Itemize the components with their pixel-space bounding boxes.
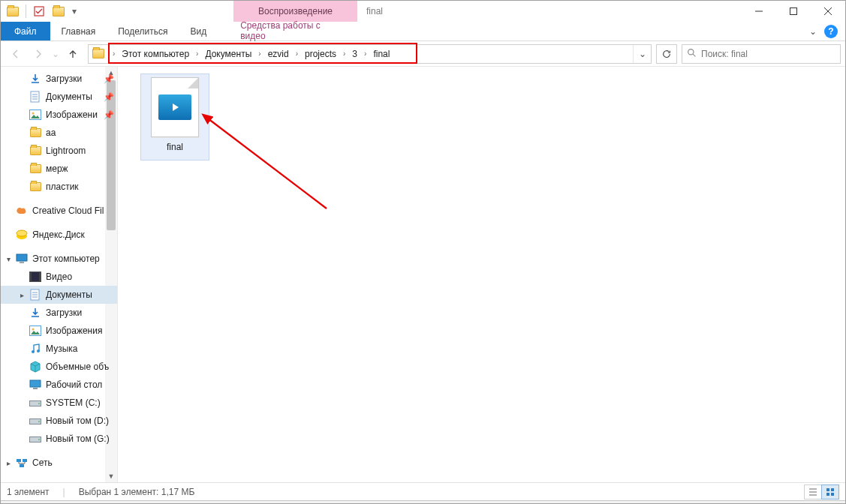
file-name-label: final [167,142,183,152]
breadcrumb-segment[interactable]: projects [302,45,339,63]
qat-customize-icon[interactable]: ▾ [69,2,80,20]
tree-item[interactable]: Creative Cloud Fil [1,202,117,220]
qat-folder-icon[interactable] [4,2,22,20]
tree-item[interactable]: aa [1,124,117,142]
content-area[interactable]: final [118,67,845,482]
tab-view[interactable]: Вид [179,22,218,40]
svg-rect-28 [30,380,41,387]
annotation-arrow [199,111,334,216]
cube-icon [29,361,41,373]
svg-line-6 [693,54,695,56]
svg-rect-15 [17,254,27,261]
tree-item-label: Документы [46,92,92,102]
tree-item[interactable]: SYSTEM (C:) [1,394,117,412]
svg-rect-2 [790,8,797,15]
cc-icon [16,205,28,217]
help-button[interactable]: ? [824,25,838,38]
breadcrumb-segment[interactable]: final [370,45,393,63]
quick-access-toolbar: ▾ [1,1,83,22]
tree-item[interactable]: Яндекс.Диск [1,226,117,244]
svg-rect-36 [17,459,21,462]
maximize-button[interactable] [776,1,811,22]
title-bar: ▾ Воспроизведение final [1,1,845,22]
up-button[interactable] [62,44,83,64]
document-icon [29,91,41,103]
ribbon-expand-icon[interactable]: ⌄ [809,26,817,37]
chevron-right-icon[interactable]: › [109,50,119,58]
pin-icon[interactable]: 📌 [104,74,114,84]
contextual-tab-header: Воспроизведение [233,1,357,22]
breadcrumb-segment[interactable]: ezvid [265,45,292,63]
tree-item[interactable]: Изображения [1,322,117,340]
search-box[interactable] [682,44,841,64]
forward-button[interactable] [28,44,49,64]
expand-caret-icon[interactable]: ▾ [4,255,13,263]
tree-item-label: Изображения [46,326,102,336]
details-view-button[interactable] [804,484,822,500]
tab-file[interactable]: Файл [1,22,50,40]
chevron-right-icon[interactable]: › [254,50,264,58]
tree-item[interactable]: Видео [1,268,117,286]
tree-item-label: Видео [46,272,72,282]
tab-home[interactable]: Главная [50,22,107,40]
svg-rect-0 [35,7,44,16]
svg-rect-45 [826,488,829,491]
tree-item[interactable]: Документы📌 [1,88,117,106]
close-button[interactable] [811,1,845,22]
breadcrumb-segment[interactable]: Этот компьютер [119,45,192,63]
tree-item[interactable]: Рабочий стол [1,376,117,394]
window-controls [742,1,845,22]
svg-rect-18 [30,272,32,282]
icons-view-button[interactable] [821,484,839,500]
desktop-icon [29,379,41,391]
scroll-down-icon[interactable]: ▼ [105,470,117,482]
breadcrumb-segment[interactable]: 3 [349,45,360,63]
chevron-right-icon[interactable]: › [292,50,302,58]
navigation-tree[interactable]: ▲ ▼ Загрузки📌Документы📌Изображени📌aaLigh… [1,67,118,482]
tree-item[interactable]: ▾Этот компьютер [1,250,117,268]
tree-item[interactable]: Новый том (D:) [1,412,117,430]
svg-point-26 [32,350,35,353]
chevron-right-icon[interactable]: › [192,50,202,58]
recent-locations-button[interactable]: ⌄ [50,44,61,64]
tree-item[interactable]: ▸Документы [1,286,117,304]
svg-rect-19 [39,272,41,282]
navigation-bar: ⌄ › Этот компьютер › Документы › ezvid ›… [1,41,845,67]
folder-icon [29,163,41,175]
back-button[interactable] [5,44,26,64]
yandex-icon [16,229,28,241]
video-icon [158,94,191,120]
tree-item-label: Загрузки [46,74,82,84]
tree-item[interactable]: ▸Сеть [1,454,117,472]
tree-item[interactable]: Изображени📌 [1,106,117,124]
search-input[interactable] [701,49,835,59]
net-icon [16,457,28,469]
location-folder-icon [92,47,105,61]
tree-item[interactable]: Музыка [1,340,117,358]
minimize-button[interactable] [742,1,776,22]
breadcrumb-segment[interactable]: Документы [202,45,254,63]
svg-point-25 [32,328,35,331]
qat-new-folder-icon[interactable] [50,2,68,20]
chevron-right-icon[interactable]: › [339,50,349,58]
expand-caret-icon[interactable]: ▸ [17,291,26,299]
qat-properties-icon[interactable] [30,2,48,20]
tab-video-tools[interactable]: Средства работы с видео [229,22,353,40]
breadcrumb-dropdown-icon[interactable]: ⌄ [633,45,651,63]
chevron-right-icon[interactable]: › [360,50,370,58]
tree-item[interactable]: Новый том (G:) [1,430,117,448]
tree-item[interactable]: Объемные объ [1,358,117,376]
refresh-button[interactable] [656,44,677,64]
expand-caret-icon[interactable]: ▸ [4,459,13,467]
breadcrumb-bar[interactable]: › Этот компьютер › Документы › ezvid › p… [88,44,652,64]
tree-item[interactable]: мерж [1,160,117,178]
search-icon [687,48,697,60]
pin-icon[interactable]: 📌 [104,110,114,120]
tree-item[interactable]: Lightroom [1,142,117,160]
file-item[interactable]: final [140,74,209,160]
tab-share[interactable]: Поделиться [107,22,179,40]
tree-item[interactable]: пластик [1,178,117,196]
tree-item[interactable]: Загрузки📌 [1,70,117,88]
pin-icon[interactable]: 📌 [104,92,114,102]
tree-item[interactable]: Загрузки [1,304,117,322]
